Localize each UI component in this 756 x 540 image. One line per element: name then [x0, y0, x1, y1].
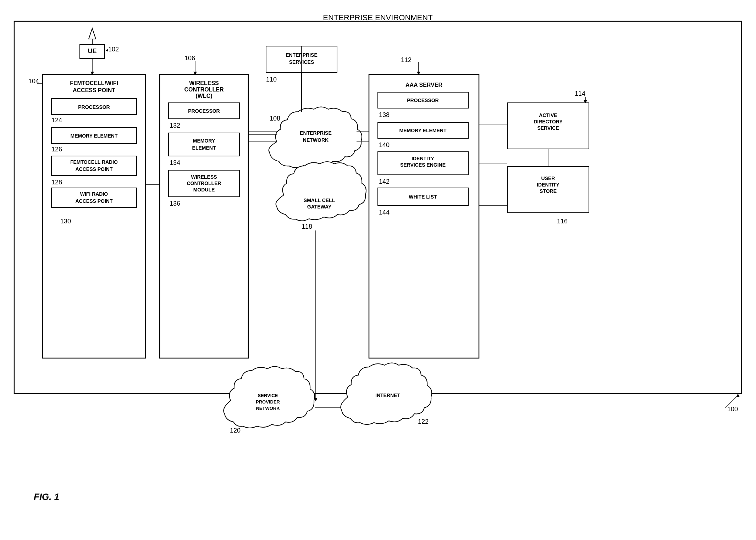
- active-directory-box: [507, 103, 589, 149]
- femtocell-title-1: FEMTOCELL/WIFI: [70, 80, 118, 86]
- svg-marker-22: [584, 100, 587, 104]
- svg-marker-18: [417, 72, 420, 75]
- white-list-box: [378, 188, 468, 206]
- service-provider-label-1: SERVICE: [258, 393, 278, 398]
- active-directory-label-2: DIRECTORY: [534, 119, 563, 124]
- ref-128: 128: [51, 179, 62, 186]
- ref-126: 126: [51, 146, 62, 153]
- aaa-memory-box: [378, 122, 468, 138]
- identity-services-label-2: SERVICES ENGINE: [400, 162, 446, 168]
- svg-marker-6: [42, 82, 44, 85]
- enterprise-services-label-1: ENTERPRISE: [286, 52, 317, 58]
- user-identity-label-2: IDENTITY: [537, 182, 559, 188]
- femtocell-title-2: ACCESS POINT: [73, 87, 115, 93]
- ref-134: 134: [170, 159, 180, 166]
- femtocell-memory-label: MEMORY ELEMENT: [70, 133, 117, 139]
- ref-138: 138: [379, 111, 390, 118]
- wlc-processor-box: [169, 103, 239, 119]
- ref-136: 136: [170, 200, 180, 207]
- wlc-module-label-1: WIRELESS: [191, 174, 217, 180]
- small-cell-gateway-cloud: SMALL CELL GATEWAY: [276, 162, 366, 221]
- active-directory-label-3: SERVICE: [537, 125, 559, 131]
- ref-104: 104: [28, 78, 39, 85]
- wifi-radio-label-1: WIFI RADIO: [80, 191, 108, 197]
- aaa-server-title: AAA SERVER: [405, 82, 442, 88]
- femtocell-radio-box: [51, 156, 137, 176]
- wlc-title-2: CONTROLLER: [184, 87, 224, 93]
- wlc-title-3: (WLC): [195, 93, 212, 99]
- femtocell-radio-label-1: FEMTOCELL RADIO: [70, 159, 118, 165]
- enterprise-services-box: [266, 46, 337, 73]
- wlc-memory-box: [169, 133, 239, 156]
- wlc-processor-label: PROCESSOR: [188, 108, 220, 114]
- identity-services-label-1: IDENTITY: [412, 156, 434, 161]
- ref-144: 144: [379, 209, 390, 216]
- femtocell-memory-box: [51, 128, 137, 144]
- ue-box: [80, 44, 105, 59]
- active-directory-label-1: ACTIVE: [539, 112, 557, 118]
- ref-130: 130: [60, 218, 71, 225]
- ref-100: 100: [727, 406, 738, 413]
- user-identity-store-box: [507, 167, 589, 213]
- ref-106: 106: [184, 55, 195, 62]
- ref-116: 116: [557, 218, 568, 225]
- service-provider-network-cloud: SERVICE PROVIDER NETWORK: [224, 367, 315, 428]
- fig-label: FIG. 1: [34, 491, 59, 502]
- enterprise-network-label-2: NETWORK: [303, 137, 329, 143]
- femtocell-radio-label-2: ACCESS POINT: [75, 166, 112, 172]
- ref-124: 124: [51, 117, 62, 124]
- ref-114: 114: [575, 90, 585, 97]
- ref-132: 132: [170, 122, 180, 129]
- wifi-radio-box: [51, 188, 137, 207]
- enterprise-network-cloud: ENTERPRISE NETWORK: [269, 107, 362, 168]
- ref-122: 122: [418, 418, 429, 425]
- aaa-processor-box: [378, 92, 468, 108]
- ref-118: 118: [302, 223, 312, 230]
- wlc-box: [160, 74, 248, 358]
- wlc-memory-label-2: ELEMENT: [192, 145, 216, 151]
- wlc-title-1: WIRELESS: [189, 80, 219, 86]
- femtocell-processor-label: PROCESSOR: [78, 104, 110, 110]
- aaa-server-box: [369, 74, 479, 358]
- svg-line-0: [725, 395, 738, 408]
- svg-marker-10: [193, 72, 197, 75]
- svg-marker-8: [90, 72, 94, 75]
- user-identity-label-1: USER: [541, 176, 555, 181]
- service-provider-label-3: NETWORK: [256, 406, 280, 411]
- wlc-memory-label-1: MEMORY: [193, 138, 215, 144]
- enterprise-environment-box: [14, 21, 741, 394]
- ref-102: 102: [108, 46, 119, 53]
- ref-108: 108: [270, 115, 280, 122]
- svg-marker-1: [736, 394, 740, 397]
- ref-140: 140: [379, 141, 390, 149]
- wlc-module-label-3: MODULE: [193, 187, 215, 193]
- wifi-radio-label-2: ACCESS POINT: [75, 198, 112, 204]
- wlc-module-label-2: CONTROLLER: [187, 180, 221, 186]
- aaa-processor-label: PROCESSOR: [407, 98, 438, 103]
- ref-112: 112: [401, 56, 412, 63]
- service-provider-label-2: PROVIDER: [256, 399, 280, 405]
- internet-cloud: INTERNET: [341, 363, 432, 425]
- ue-label: UE: [88, 48, 96, 55]
- enterprise-network-label-1: ENTERPRISE: [300, 130, 331, 136]
- svg-marker-14: [314, 192, 318, 196]
- white-list-label: WHITE LIST: [409, 194, 437, 200]
- internet-label: INTERNET: [375, 393, 400, 398]
- antenna-icon: [89, 28, 96, 39]
- aaa-memory-label: MEMORY ELEMENT: [399, 128, 446, 133]
- svg-marker-4: [106, 49, 108, 52]
- femtocell-processor-box: [51, 99, 137, 115]
- ref-142: 142: [379, 178, 390, 185]
- enterprise-services-label-2: SERVICES: [289, 59, 314, 65]
- wlc-module-box: [169, 170, 239, 197]
- svg-marker-26: [314, 398, 318, 401]
- enterprise-title: ENTERPRISE ENVIRONMENT: [323, 13, 432, 22]
- user-identity-label-3: STORE: [540, 188, 557, 194]
- ref-110: 110: [266, 76, 277, 83]
- small-cell-gateway-label-1: SMALL CELL: [304, 197, 335, 203]
- small-cell-gateway-label-2: GATEWAY: [307, 204, 332, 210]
- femtocell-box: [43, 74, 145, 358]
- identity-services-box: [378, 152, 468, 175]
- ref-120: 120: [230, 427, 241, 434]
